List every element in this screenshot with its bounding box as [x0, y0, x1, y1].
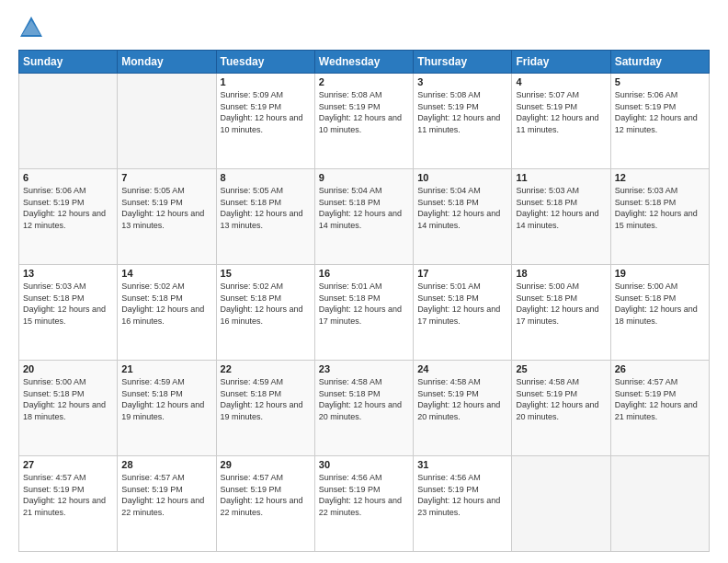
calendar-cell: 20Sunrise: 5:00 AM Sunset: 5:18 PM Dayli… [19, 361, 118, 456]
day-info: Sunrise: 5:00 AM Sunset: 5:18 PM Dayligh… [23, 376, 113, 422]
day-info: Sunrise: 5:00 AM Sunset: 5:18 PM Dayligh… [516, 281, 606, 327]
day-info: Sunrise: 5:06 AM Sunset: 5:19 PM Dayligh… [23, 185, 113, 231]
calendar-cell: 11Sunrise: 5:03 AM Sunset: 5:18 PM Dayli… [512, 169, 610, 265]
day-number: 7 [121, 172, 211, 183]
logo [18, 15, 48, 40]
calendar-cell: 29Sunrise: 4:57 AM Sunset: 5:19 PM Dayli… [216, 456, 314, 552]
calendar-cell: 8Sunrise: 5:05 AM Sunset: 5:18 PM Daylig… [216, 169, 314, 265]
calendar-cell: 4Sunrise: 5:07 AM Sunset: 5:19 PM Daylig… [512, 74, 610, 169]
day-number: 21 [121, 363, 211, 374]
day-number: 17 [417, 268, 507, 279]
calendar-table: SundayMondayTuesdayWednesdayThursdayFrid… [18, 50, 710, 552]
day-number: 12 [615, 172, 705, 183]
day-info: Sunrise: 5:03 AM Sunset: 5:18 PM Dayligh… [23, 281, 113, 327]
day-number: 24 [417, 363, 507, 374]
weekday-header-sunday: Sunday [19, 51, 118, 74]
day-info: Sunrise: 5:06 AM Sunset: 5:19 PM Dayligh… [615, 89, 705, 135]
weekday-header-tuesday: Tuesday [216, 51, 314, 74]
calendar-cell: 28Sunrise: 4:57 AM Sunset: 5:19 PM Dayli… [118, 456, 216, 552]
header [18, 15, 710, 40]
calendar-cell: 2Sunrise: 5:08 AM Sunset: 5:19 PM Daylig… [314, 74, 413, 169]
day-number: 19 [615, 268, 705, 279]
day-number: 30 [319, 459, 409, 470]
day-info: Sunrise: 5:05 AM Sunset: 5:19 PM Dayligh… [121, 185, 211, 231]
calendar-cell [19, 74, 118, 169]
weekday-header-row: SundayMondayTuesdayWednesdayThursdayFrid… [19, 51, 710, 74]
weekday-header-saturday: Saturday [610, 51, 709, 74]
week-row-2: 6Sunrise: 5:06 AM Sunset: 5:19 PM Daylig… [19, 169, 710, 265]
week-row-5: 27Sunrise: 4:57 AM Sunset: 5:19 PM Dayli… [19, 456, 710, 552]
day-number: 29 [221, 459, 311, 470]
calendar-cell: 22Sunrise: 4:59 AM Sunset: 5:18 PM Dayli… [216, 361, 314, 456]
calendar-cell: 23Sunrise: 4:58 AM Sunset: 5:18 PM Dayli… [314, 361, 413, 456]
day-info: Sunrise: 5:03 AM Sunset: 5:18 PM Dayligh… [516, 185, 606, 231]
week-row-4: 20Sunrise: 5:00 AM Sunset: 5:18 PM Dayli… [19, 361, 710, 456]
day-number: 26 [615, 363, 705, 374]
calendar-cell: 15Sunrise: 5:02 AM Sunset: 5:18 PM Dayli… [216, 265, 314, 361]
calendar-cell: 18Sunrise: 5:00 AM Sunset: 5:18 PM Dayli… [512, 265, 610, 361]
day-info: Sunrise: 4:58 AM Sunset: 5:19 PM Dayligh… [516, 376, 606, 422]
day-info: Sunrise: 4:59 AM Sunset: 5:18 PM Dayligh… [221, 376, 311, 422]
day-info: Sunrise: 4:57 AM Sunset: 5:19 PM Dayligh… [615, 376, 705, 422]
day-info: Sunrise: 5:08 AM Sunset: 5:19 PM Dayligh… [319, 89, 409, 135]
day-number: 11 [516, 172, 606, 183]
calendar-cell: 6Sunrise: 5:06 AM Sunset: 5:19 PM Daylig… [19, 169, 118, 265]
calendar-cell: 14Sunrise: 5:02 AM Sunset: 5:18 PM Dayli… [118, 265, 216, 361]
day-info: Sunrise: 5:05 AM Sunset: 5:18 PM Dayligh… [221, 185, 311, 231]
calendar-cell [610, 456, 709, 552]
day-number: 28 [121, 459, 211, 470]
day-number: 18 [516, 268, 606, 279]
day-info: Sunrise: 5:09 AM Sunset: 5:19 PM Dayligh… [221, 89, 311, 135]
calendar-cell [512, 456, 610, 552]
calendar-cell: 7Sunrise: 5:05 AM Sunset: 5:19 PM Daylig… [118, 169, 216, 265]
day-info: Sunrise: 5:04 AM Sunset: 5:18 PM Dayligh… [319, 185, 409, 231]
calendar-cell: 16Sunrise: 5:01 AM Sunset: 5:18 PM Dayli… [314, 265, 413, 361]
calendar-cell: 24Sunrise: 4:58 AM Sunset: 5:19 PM Dayli… [414, 361, 512, 456]
calendar-cell: 13Sunrise: 5:03 AM Sunset: 5:18 PM Dayli… [19, 265, 118, 361]
day-number: 15 [221, 268, 311, 279]
day-number: 20 [23, 363, 113, 374]
weekday-header-thursday: Thursday [414, 51, 512, 74]
day-info: Sunrise: 5:04 AM Sunset: 5:18 PM Dayligh… [417, 185, 507, 231]
day-info: Sunrise: 4:57 AM Sunset: 5:19 PM Dayligh… [23, 472, 113, 518]
calendar-cell: 3Sunrise: 5:08 AM Sunset: 5:19 PM Daylig… [414, 74, 512, 169]
logo-icon [18, 15, 44, 40]
calendar-cell: 27Sunrise: 4:57 AM Sunset: 5:19 PM Dayli… [19, 456, 118, 552]
day-info: Sunrise: 4:56 AM Sunset: 5:19 PM Dayligh… [319, 472, 409, 518]
day-info: Sunrise: 5:08 AM Sunset: 5:19 PM Dayligh… [417, 89, 507, 135]
day-info: Sunrise: 5:02 AM Sunset: 5:18 PM Dayligh… [121, 281, 211, 327]
svg-marker-1 [22, 20, 40, 35]
day-info: Sunrise: 5:07 AM Sunset: 5:19 PM Dayligh… [516, 89, 606, 135]
day-number: 31 [417, 459, 507, 470]
calendar-cell: 30Sunrise: 4:56 AM Sunset: 5:19 PM Dayli… [314, 456, 413, 552]
calendar-cell: 9Sunrise: 5:04 AM Sunset: 5:18 PM Daylig… [314, 169, 413, 265]
week-row-3: 13Sunrise: 5:03 AM Sunset: 5:18 PM Dayli… [19, 265, 710, 361]
calendar-cell: 17Sunrise: 5:01 AM Sunset: 5:18 PM Dayli… [414, 265, 512, 361]
day-info: Sunrise: 4:56 AM Sunset: 5:19 PM Dayligh… [417, 472, 507, 518]
calendar-cell: 19Sunrise: 5:00 AM Sunset: 5:18 PM Dayli… [610, 265, 709, 361]
day-number: 23 [319, 363, 409, 374]
day-info: Sunrise: 5:00 AM Sunset: 5:18 PM Dayligh… [615, 281, 705, 327]
day-number: 25 [516, 363, 606, 374]
calendar-cell: 10Sunrise: 5:04 AM Sunset: 5:18 PM Dayli… [414, 169, 512, 265]
day-info: Sunrise: 5:01 AM Sunset: 5:18 PM Dayligh… [417, 281, 507, 327]
day-number: 27 [23, 459, 113, 470]
day-info: Sunrise: 5:01 AM Sunset: 5:18 PM Dayligh… [319, 281, 409, 327]
day-info: Sunrise: 4:57 AM Sunset: 5:19 PM Dayligh… [221, 472, 311, 518]
calendar-cell [118, 74, 216, 169]
day-number: 2 [319, 76, 409, 87]
day-info: Sunrise: 4:58 AM Sunset: 5:19 PM Dayligh… [417, 376, 507, 422]
weekday-header-friday: Friday [512, 51, 610, 74]
calendar-cell: 12Sunrise: 5:03 AM Sunset: 5:18 PM Dayli… [610, 169, 709, 265]
day-number: 6 [23, 172, 113, 183]
day-info: Sunrise: 5:03 AM Sunset: 5:18 PM Dayligh… [615, 185, 705, 231]
day-number: 14 [121, 268, 211, 279]
calendar-cell: 25Sunrise: 4:58 AM Sunset: 5:19 PM Dayli… [512, 361, 610, 456]
day-info: Sunrise: 5:02 AM Sunset: 5:18 PM Dayligh… [221, 281, 311, 327]
day-number: 1 [221, 76, 311, 87]
week-row-1: 1Sunrise: 5:09 AM Sunset: 5:19 PM Daylig… [19, 74, 710, 169]
day-info: Sunrise: 4:57 AM Sunset: 5:19 PM Dayligh… [121, 472, 211, 518]
weekday-header-monday: Monday [118, 51, 216, 74]
day-info: Sunrise: 4:58 AM Sunset: 5:18 PM Dayligh… [319, 376, 409, 422]
day-number: 4 [516, 76, 606, 87]
